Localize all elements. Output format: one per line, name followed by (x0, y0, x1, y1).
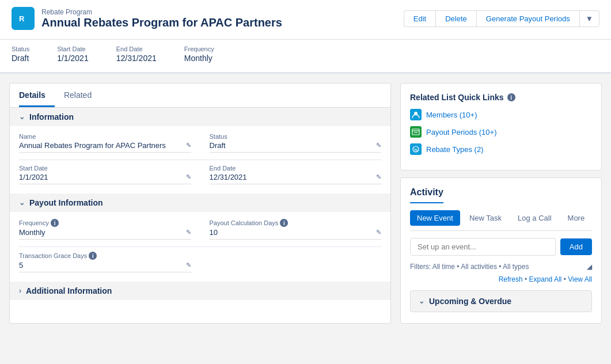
payout-section-title: Payout Information (29, 198, 103, 207)
payout-chevron-icon: ⌄ (19, 199, 25, 207)
start-date-edit-icon[interactable]: ✎ (186, 173, 191, 181)
frequency-label: Frequency (184, 46, 214, 52)
additional-section-header[interactable]: › Additional Information (10, 282, 390, 300)
status-field-label: Status (210, 133, 382, 140)
end-date-field: End Date 12/31/2021 ✎ (210, 165, 382, 184)
end-date-field-label: End Date (210, 165, 382, 172)
payout-calc-field: Payout Calculation Days i 10 ✎ (210, 219, 382, 240)
status-value: Draft (12, 54, 29, 63)
grace-row: Transaction Grace Days i 5 ✎ (19, 252, 381, 272)
add-button[interactable]: Add (560, 238, 592, 255)
view-all-link[interactable]: View All (568, 275, 592, 283)
right-panel: Related List Quick Links i Members (10+) (400, 83, 602, 324)
frequency-edit-icon[interactable]: ✎ (186, 229, 191, 236)
edit-button[interactable]: Edit (404, 10, 435, 27)
members-link[interactable]: Members (10+) (426, 111, 477, 119)
information-section-header[interactable]: ⌄ Information (10, 108, 390, 126)
header-actions: Edit Delete Generate Payout Periods ▼ (404, 10, 599, 27)
event-input-row: Add (410, 238, 592, 256)
information-section-content: Name Annual Rebates Program for APAC Par… (10, 126, 390, 194)
transaction-grace-edit-icon[interactable]: ✎ (186, 261, 191, 269)
name-field: Name Annual Rebates Program for APAC Par… (19, 133, 191, 153)
divider (19, 160, 381, 160)
upcoming-chevron-icon: ⌄ (419, 297, 424, 305)
end-date-value: 12/31/2021 (116, 54, 157, 63)
generate-payout-button[interactable]: Generate Payout Periods (476, 10, 579, 27)
members-icon (410, 109, 422, 120)
transaction-grace-info-icon: i (89, 252, 97, 260)
name-field-label: Name (19, 133, 191, 140)
payout-divider (19, 247, 381, 247)
end-date-edit-icon[interactable]: ✎ (376, 173, 381, 181)
payout-calc-info-icon: i (280, 219, 288, 227)
left-panel: Details Related ⌄ Information Name Annua… (9, 83, 391, 324)
rebate-types-link[interactable]: Rebate Types (2) (426, 145, 483, 154)
frequency-info-icon: i (51, 219, 59, 227)
name-status-row: Name Annual Rebates Program for APAC Par… (19, 133, 381, 153)
detail-tabs: Details Related (10, 84, 390, 108)
status-field: Status Draft ✎ (210, 133, 382, 153)
end-date-field-value: 12/31/2021 ✎ (210, 173, 382, 184)
upcoming-header[interactable]: ⌄ Upcoming & Overdue (411, 291, 591, 312)
end-date-meta: End Date 12/31/2021 (116, 46, 157, 63)
transaction-grace-label: Transaction Grace Days i (19, 252, 191, 260)
delete-button[interactable]: Delete (435, 10, 476, 27)
refresh-link[interactable]: Refresh (499, 275, 523, 283)
more-tab[interactable]: More (561, 210, 592, 226)
payout-section-content: Frequency i Monthly ✎ Payout Calculation… (10, 212, 390, 282)
log-call-tab[interactable]: Log a Call (511, 210, 559, 226)
payout-section-header[interactable]: ⌄ Payout Information (10, 194, 390, 212)
status-label: Status (12, 46, 29, 52)
filter-icon[interactable]: ◢ (587, 263, 592, 271)
start-date-meta: Start Date 1/1/2021 (57, 46, 89, 63)
page-header: R Rebate Program Annual Rebates Program … (0, 0, 611, 40)
main-layout: Details Related ⌄ Information Name Annua… (0, 74, 611, 333)
quick-links-info-icon: i (507, 93, 515, 101)
rebate-types-icon: % (410, 143, 422, 155)
activity-panel: Activity New Event New Task Log a Call M… (400, 177, 602, 324)
rebate-types-link-item: % Rebate Types (2) (410, 143, 592, 155)
actions-dropdown-button[interactable]: ▼ (579, 10, 599, 27)
activity-title: Activity (410, 187, 443, 203)
start-date-field-label: Start Date (19, 165, 191, 172)
empty-field (210, 252, 382, 272)
activity-title-wrapper: Activity (410, 187, 592, 210)
payout-calc-value: 10 ✎ (210, 228, 382, 240)
status-field-value: Draft ✎ (210, 141, 382, 153)
tab-details[interactable]: Details (19, 84, 55, 107)
name-edit-icon[interactable]: ✎ (186, 142, 191, 149)
quick-links-title: Related List Quick Links i (410, 93, 592, 102)
page-title: Annual Rebates Program for APAC Partners (41, 16, 282, 29)
status-edit-icon[interactable]: ✎ (376, 142, 381, 149)
link-separator-1: • (525, 275, 529, 283)
end-date-label: End Date (116, 46, 157, 52)
start-date-field-value: 1/1/2021 ✎ (19, 173, 191, 184)
name-field-value: Annual Rebates Program for APAC Partners… (19, 141, 191, 153)
filters-text: Filters: All time • All activities • All… (410, 263, 529, 271)
page-subtitle: Rebate Program (41, 8, 282, 16)
dates-row: Start Date 1/1/2021 ✎ End Date 12/31/202… (19, 165, 381, 184)
payout-calc-label: Payout Calculation Days i (210, 219, 382, 227)
transaction-grace-field: Transaction Grace Days i 5 ✎ (19, 252, 191, 272)
payout-periods-link[interactable]: Payout Periods (10+) (426, 128, 496, 136)
information-section-title: Information (29, 112, 74, 122)
filters-row: Filters: All time • All activities • All… (410, 263, 592, 271)
expand-all-link[interactable]: Expand All (529, 275, 562, 283)
payout-calc-edit-icon[interactable]: ✎ (376, 229, 381, 236)
new-task-tab[interactable]: New Task (462, 210, 508, 226)
new-event-tab[interactable]: New Event (410, 210, 460, 226)
upcoming-section: ⌄ Upcoming & Overdue (410, 290, 592, 312)
event-input[interactable] (410, 238, 556, 256)
information-chevron-icon: ⌄ (19, 113, 25, 121)
freq-payout-row: Frequency i Monthly ✎ Payout Calculation… (19, 219, 381, 240)
frequency-value: Monthly (184, 54, 214, 63)
meta-row: Status Draft Start Date 1/1/2021 End Dat… (0, 40, 611, 74)
rebate-icon: R (12, 7, 35, 30)
frequency-field-label: Frequency i (19, 219, 191, 227)
tab-related[interactable]: Related (64, 84, 101, 107)
upcoming-title: Upcoming & Overdue (429, 297, 511, 306)
frequency-meta: Frequency Monthly (184, 46, 214, 63)
activity-links: Refresh • Expand All • View All (410, 275, 592, 283)
header-left: R Rebate Program Annual Rebates Program … (12, 7, 282, 30)
svg-text:%: % (414, 147, 418, 153)
